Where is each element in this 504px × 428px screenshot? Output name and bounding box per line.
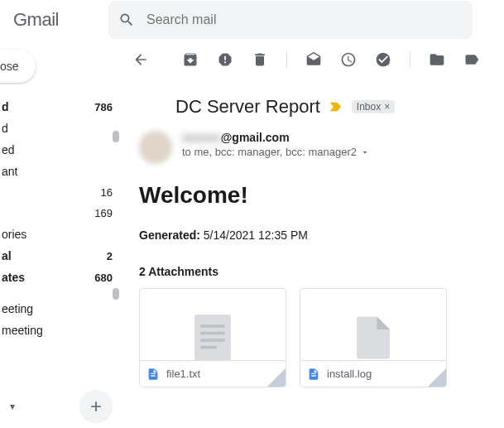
generated-line: Generated: 5/14/2021 12:35 PM bbox=[139, 228, 487, 242]
attachments-list: file1.txt install.log bbox=[139, 288, 487, 387]
separator bbox=[286, 51, 287, 68]
doc-icon bbox=[194, 315, 231, 361]
search-bar[interactable] bbox=[108, 1, 473, 39]
mark-unread-icon[interactable] bbox=[305, 51, 322, 68]
sender-email: xxxxxx@gmail.com bbox=[182, 131, 487, 144]
nav-item[interactable]: ories bbox=[0, 224, 122, 245]
email-subject: DC Server Report bbox=[175, 96, 320, 118]
gmail-logo[interactable]: Gmail bbox=[7, 9, 108, 31]
chevron-down-icon[interactable] bbox=[360, 147, 370, 157]
separator bbox=[410, 51, 410, 68]
nav-list: d786 d ed ant 16 169 ories al2 ates680 e… bbox=[0, 96, 122, 341]
nav-item[interactable]: ant bbox=[0, 161, 122, 182]
sidebar: ose d786 d ed ant 16 169 ories al2 ates6… bbox=[0, 40, 122, 428]
email-toolbar: + bbox=[122, 40, 504, 79]
file-icon bbox=[146, 368, 160, 381]
attachment-name: file1.txt bbox=[166, 368, 200, 380]
nav-item[interactable]: ates680 bbox=[0, 267, 122, 288]
label-chip[interactable]: Inbox × bbox=[352, 100, 395, 113]
nav-item[interactable]: al2 bbox=[0, 245, 122, 267]
svg-text:+: + bbox=[386, 60, 391, 68]
content-area: + DC Server Report Inbox × bbox=[122, 40, 504, 428]
move-to-icon[interactable] bbox=[429, 51, 445, 68]
attachment-name: install.log bbox=[327, 368, 372, 380]
nav-item[interactable]: d bbox=[0, 118, 122, 139]
delete-icon[interactable] bbox=[252, 51, 268, 68]
scrollbar-thumb[interactable] bbox=[113, 131, 119, 142]
compose-button[interactable]: ose bbox=[0, 50, 36, 83]
svg-rect-5 bbox=[200, 346, 216, 349]
nav-item[interactable]: eeting bbox=[0, 298, 122, 320]
svg-rect-3 bbox=[200, 332, 224, 335]
file-icon bbox=[307, 368, 320, 381]
importance-marker-icon[interactable] bbox=[329, 101, 343, 113]
back-icon[interactable] bbox=[132, 51, 149, 68]
subject-row: DC Server Report Inbox × bbox=[139, 86, 487, 127]
remove-label-icon[interactable]: × bbox=[384, 101, 390, 113]
recipients[interactable]: to me, bcc: manager, bcc: manager2 bbox=[182, 146, 487, 158]
avatar bbox=[139, 131, 172, 164]
labels-icon[interactable] bbox=[463, 51, 480, 68]
new-chat-button[interactable] bbox=[79, 390, 113, 423]
snooze-icon[interactable] bbox=[340, 51, 357, 68]
search-icon bbox=[118, 12, 135, 28]
email-body: Welcome! Generated: 5/14/2021 12:35 PM 2… bbox=[139, 182, 487, 387]
attachment-card[interactable]: file1.txt bbox=[139, 288, 286, 387]
nav-item[interactable]: ed bbox=[0, 139, 122, 161]
archive-icon[interactable] bbox=[182, 51, 199, 68]
nav-item[interactable]: 169 bbox=[0, 203, 122, 224]
add-to-tasks-icon[interactable]: + bbox=[375, 51, 391, 68]
corner-fold-icon bbox=[267, 368, 286, 387]
svg-rect-1 bbox=[194, 315, 231, 361]
app-header: Gmail bbox=[0, 0, 504, 40]
email-view: DC Server Report Inbox × xxxxxx@gmail.co… bbox=[122, 79, 504, 387]
corner-fold-icon bbox=[428, 368, 446, 387]
svg-rect-4 bbox=[200, 339, 224, 342]
body-heading: Welcome! bbox=[139, 182, 487, 209]
caret-down-icon[interactable]: ▾ bbox=[10, 401, 15, 412]
attachment-card[interactable]: install.log bbox=[300, 288, 447, 387]
attachments-header: 2 Attachments bbox=[139, 265, 487, 278]
nav-item[interactable]: d786 bbox=[0, 96, 122, 118]
sender-row: xxxxxx@gmail.com to me, bcc: manager, bc… bbox=[139, 127, 487, 167]
file-icon bbox=[357, 316, 390, 359]
search-input[interactable] bbox=[146, 12, 463, 27]
nav-item[interactable]: 16 bbox=[0, 182, 122, 203]
svg-rect-2 bbox=[200, 325, 224, 328]
report-spam-icon[interactable] bbox=[217, 51, 233, 68]
nav-item[interactable]: meeting bbox=[0, 320, 122, 341]
scrollbar-thumb[interactable] bbox=[113, 288, 119, 300]
